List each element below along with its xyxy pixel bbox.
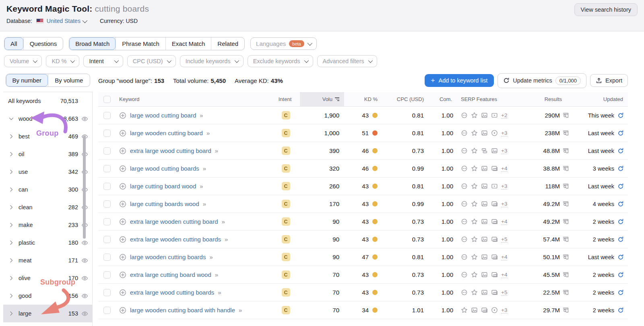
refresh-icon[interactable] [617, 148, 624, 154]
sidebar-item-olive[interactable]: olive170 [3, 269, 92, 287]
serp-more-count[interactable]: +5 [501, 289, 507, 296]
sidebar-scrollbar[interactable] [83, 136, 86, 239]
tab-phrase-match[interactable]: Phrase Match [116, 37, 165, 50]
eye-icon[interactable] [81, 116, 88, 122]
sidebar-item-best[interactable]: best469 [3, 128, 92, 145]
row-checkbox[interactable] [103, 112, 111, 119]
refresh-icon[interactable] [617, 307, 624, 314]
database-selector[interactable]: United States [47, 18, 86, 24]
keyword-link[interactable]: large wood cutting board [130, 112, 196, 119]
keyword-expand-chevrons[interactable]: » [200, 183, 203, 190]
col-volume[interactable]: Volu [300, 92, 344, 106]
keyword-expand-chevrons[interactable]: » [200, 112, 203, 119]
keyword-link[interactable]: large wooden cutting boards [130, 254, 206, 260]
sidebar-item-use[interactable]: use342 [3, 163, 92, 181]
keyword-link[interactable]: extra large wooden cutting board [130, 218, 218, 225]
window-search-icon[interactable] [562, 218, 569, 225]
window-search-icon[interactable] [562, 271, 569, 278]
sidebar-item-can[interactable]: can300 [3, 181, 92, 198]
plus-circle-icon[interactable] [119, 112, 126, 119]
select-all-checkbox[interactable] [103, 96, 111, 103]
keyword-link[interactable]: large cutting board wood [130, 183, 196, 190]
keyword-link[interactable]: extra large wooden cutting boards [130, 236, 221, 243]
row-checkbox[interactable] [103, 130, 111, 137]
serp-more-count[interactable]: +2 [501, 112, 507, 119]
eye-icon[interactable] [81, 257, 88, 264]
refresh-icon[interactable] [617, 236, 624, 243]
col-updated[interactable]: Updated [572, 96, 628, 102]
eye-icon[interactable] [81, 310, 88, 317]
filter-kd-[interactable]: KD % [46, 55, 79, 67]
col-com[interactable]: Com. [429, 96, 457, 102]
eye-icon[interactable] [81, 239, 88, 246]
plus-circle-icon[interactable] [119, 183, 126, 190]
col-serp-features[interactable]: SERP Features [457, 96, 519, 102]
col-cpc[interactable]: CPC (USD) [382, 96, 429, 102]
row-checkbox[interactable] [103, 271, 111, 279]
sidebar-item-meat[interactable]: meat171 [3, 252, 92, 269]
window-search-icon[interactable] [562, 254, 569, 260]
keyword-expand-chevrons[interactable]: » [215, 147, 219, 154]
plus-circle-icon[interactable] [119, 307, 126, 314]
row-checkbox[interactable] [103, 183, 111, 190]
chevron-right-icon[interactable] [8, 293, 14, 299]
filter-include-keywords[interactable]: Include keywords [180, 55, 244, 67]
keyword-link[interactable]: large wooden cutting board [130, 130, 203, 136]
tab-questions[interactable]: Questions [23, 37, 63, 50]
plus-circle-icon[interactable] [119, 200, 126, 208]
row-checkbox[interactable] [103, 289, 111, 296]
row-checkbox[interactable] [103, 218, 111, 225]
refresh-icon[interactable] [617, 183, 624, 190]
row-checkbox[interactable] [103, 307, 111, 314]
row-checkbox[interactable] [103, 236, 111, 243]
sidebar-item-wood[interactable]: wood8,663 [3, 110, 92, 128]
serp-more-count[interactable]: +3 [501, 148, 507, 154]
filter-cpc-usd-[interactable]: CPC (USD) [127, 55, 176, 67]
sidebar-item-large[interactable]: large153 [3, 305, 92, 322]
refresh-icon[interactable] [617, 201, 624, 207]
plus-circle-icon[interactable] [119, 165, 126, 172]
keyword-expand-chevrons[interactable]: » [218, 289, 221, 296]
col-results[interactable]: Results [519, 96, 572, 102]
plus-circle-icon[interactable] [119, 147, 126, 155]
chevron-right-icon[interactable] [8, 310, 14, 317]
keyword-expand-chevrons[interactable]: » [215, 271, 219, 278]
refresh-icon[interactable] [617, 130, 624, 136]
refresh-icon[interactable] [617, 272, 624, 278]
refresh-icon[interactable] [617, 165, 624, 172]
keyword-link[interactable]: large wood cutting boards [130, 165, 199, 172]
chevron-right-icon[interactable] [8, 204, 14, 210]
export-button[interactable]: Export [590, 74, 628, 87]
chevron-right-icon[interactable] [8, 151, 14, 157]
col-keyword[interactable]: Keyword [116, 96, 272, 102]
window-search-icon[interactable] [562, 147, 569, 154]
sidebar-item-clean[interactable]: clean282 [3, 198, 92, 216]
chevron-right-icon[interactable] [8, 186, 14, 193]
window-search-icon[interactable] [562, 200, 569, 207]
col-kd[interactable]: KD % [344, 96, 382, 102]
plus-circle-icon[interactable] [119, 236, 126, 243]
chevron-down-icon[interactable] [8, 116, 14, 122]
keyword-expand-chevrons[interactable]: » [225, 236, 228, 243]
keyword-expand-chevrons[interactable]: » [209, 254, 213, 260]
plus-circle-icon[interactable] [119, 271, 126, 279]
keyword-expand-chevrons[interactable]: » [239, 307, 242, 314]
keyword-expand-chevrons[interactable]: » [221, 218, 225, 225]
plus-circle-icon[interactable] [119, 254, 126, 261]
serp-more-count[interactable]: +3 [501, 183, 507, 190]
keyword-expand-chevrons[interactable]: » [203, 200, 206, 207]
chevron-right-icon[interactable] [8, 275, 14, 281]
tab-broad-match[interactable]: Broad Match [69, 37, 116, 50]
keyword-link[interactable]: extra large wood cutting board [130, 147, 211, 154]
keyword-link[interactable]: extra large wood cutting boards [130, 289, 214, 296]
sidebar-item-make[interactable]: make233 [3, 216, 92, 234]
keyword-link[interactable]: large cutting boards wood [130, 200, 199, 207]
refresh-icon[interactable] [617, 254, 624, 260]
window-search-icon[interactable] [562, 130, 569, 136]
plus-circle-icon[interactable] [119, 130, 126, 137]
tab-exact-match[interactable]: Exact Match [165, 37, 211, 50]
sidebar-tab-by-number[interactable]: By number [6, 74, 48, 87]
filter-volume[interactable]: Volume [4, 55, 42, 67]
keyword-link[interactable]: extra large cutting board wood [130, 271, 211, 278]
keyword-expand-chevrons[interactable]: » [206, 130, 210, 136]
